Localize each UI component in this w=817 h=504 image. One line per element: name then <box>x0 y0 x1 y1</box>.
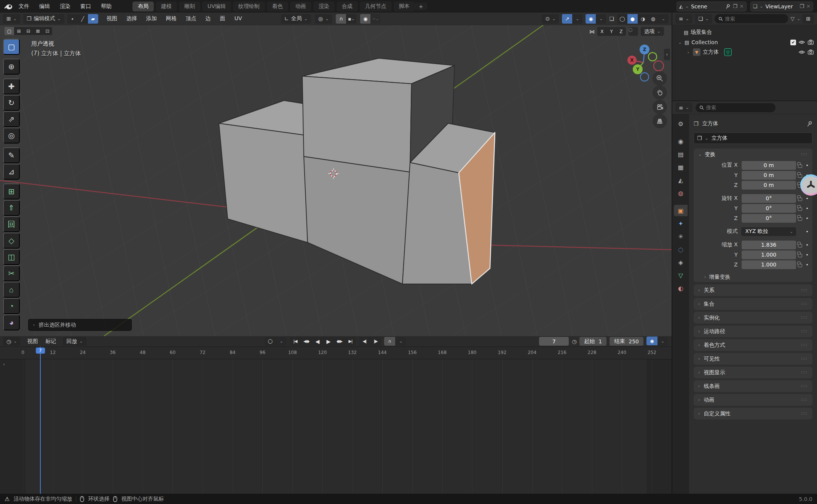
camera-icon[interactable] <box>807 40 814 45</box>
tool-button[interactable]: 回 <box>3 216 20 232</box>
mirror-axis-button[interactable]: Y <box>607 27 616 36</box>
snap-base-button[interactable]: ◌ <box>629 27 638 36</box>
tool-button[interactable]: ⇗ <box>3 111 20 127</box>
xray-toggle[interactable]: ❏ <box>609 16 614 22</box>
menu-item[interactable]: 边 <box>206 15 211 22</box>
properties-tab[interactable]: ✳ <box>674 231 688 242</box>
shading-solid-button[interactable]: ● <box>627 14 638 24</box>
menu-item[interactable]: 编辑 <box>39 3 50 10</box>
properties-tab[interactable]: ✦ <box>674 218 688 229</box>
snap-settings-dropdown[interactable]: ▪⌄ <box>346 14 356 24</box>
value-field[interactable]: 1.000⌄ <box>742 260 796 269</box>
keying-dropdown[interactable]: ⌄ <box>276 337 287 346</box>
current-frame-field[interactable]: 7 <box>539 337 569 346</box>
lock-button[interactable] <box>796 215 804 221</box>
tool-button[interactable]: ⌂ <box>3 282 20 298</box>
camera-view-button[interactable] <box>653 100 667 114</box>
timeline-editor-type-button[interactable]: ◷⌄ <box>3 337 20 346</box>
properties-panel-collapsed[interactable]: › 运动路径 ∷∷ <box>694 325 812 337</box>
tool-button[interactable]: ↻ <box>3 95 20 111</box>
select-mode-button[interactable]: ⊡ <box>43 27 52 35</box>
properties-tab[interactable]: ▦ <box>674 161 688 173</box>
keying-set-dropdown[interactable]: ⌄ <box>657 337 668 346</box>
workspace-tab[interactable]: 合成 <box>337 2 358 11</box>
frame-start-field[interactable]: 起始 1 <box>579 337 606 346</box>
overlays-toggle[interactable]: ◉ <box>586 14 596 24</box>
drag-handle-icon[interactable]: ∷∷ <box>801 152 808 157</box>
menu-item[interactable]: 视图 <box>27 338 38 345</box>
timeline-editor[interactable]: ◷⌄ 视图标记 回放 ⌄ ◯ ⌄ |◀◀◆◀▶◆▶▶| ◀||▶ <box>0 336 672 494</box>
lock-button[interactable] <box>796 172 804 178</box>
value-field[interactable]: 0°⌄ <box>742 194 796 203</box>
outliner-display-mode[interactable]: ≡⌄ <box>675 14 693 24</box>
delete-viewlayer-icon[interactable]: ✕ <box>806 3 811 9</box>
tool-button[interactable]: ⊕ <box>3 59 20 75</box>
editor-type-button[interactable]: ⊞ ⌄ <box>3 14 20 24</box>
transport-button[interactable]: ▶ <box>323 337 334 346</box>
tool-button[interactable]: ◔ <box>3 298 20 314</box>
tool-button[interactable]: ⇑ <box>3 200 20 216</box>
mesh-select-mode-button[interactable]: ∙ <box>67 14 78 24</box>
gizmo-dropdown[interactable]: ⌄ <box>572 14 582 24</box>
frame-step-button[interactable]: ◀| <box>359 337 370 346</box>
left-cube-front-face[interactable] <box>219 123 308 242</box>
properties-search[interactable] <box>696 103 776 112</box>
timeline-track-area[interactable]: › <box>0 359 672 494</box>
eye-icon[interactable] <box>798 49 805 55</box>
tool-button[interactable]: ◫ <box>3 249 20 265</box>
mode-dropdown[interactable]: ❒ 编辑模式 ⌄ <box>23 14 64 24</box>
add-workspace-button[interactable]: + <box>415 3 427 10</box>
workspace-tab[interactable]: 脚本 <box>394 2 415 11</box>
properties-panel-collapsed[interactable]: › 关系 ∷∷ <box>694 284 812 296</box>
axis-neg-z-handle[interactable] <box>640 73 649 81</box>
object-name-field[interactable]: ❒ ⌄ 立方体 <box>694 132 812 144</box>
value-field[interactable]: 0 m⌄ <box>742 171 796 180</box>
select-mode-button[interactable]: ⊞ <box>14 27 24 35</box>
chevron-right-icon[interactable]: › <box>3 362 5 367</box>
properties-panel-collapsed[interactable]: › 视图显示 ∷∷ <box>694 367 812 378</box>
properties-panel-collapsed[interactable]: › 着色方式 ∷∷ <box>694 339 812 351</box>
menu-item[interactable]: 选择 <box>126 15 137 22</box>
tool-button[interactable]: ◇ <box>3 233 20 249</box>
axis-neg-y-handle[interactable] <box>648 53 657 61</box>
sidebar-collapse-arrow[interactable]: ‹ <box>664 49 670 60</box>
drag-handle-icon[interactable]: ∷∷ <box>801 329 808 334</box>
falloff-dropdown[interactable]: ⌢⌄ <box>370 14 381 24</box>
properties-panel-collapsed[interactable]: › 可见性 ∷∷ <box>694 353 812 365</box>
mesh-select-mode-button[interactable]: ╱ <box>78 14 88 24</box>
3d-viewport[interactable]: ▢⊞⊟⊠⊡ ⋈ XYZ ◌ 选项 ⌄ 用户透视 (7) 立方体 | 立方体 ▢⊕… <box>0 25 672 336</box>
drag-handle-icon[interactable]: ∷∷ <box>801 315 808 320</box>
cube-mesh[interactable] <box>219 58 495 284</box>
stopwatch-icon[interactable]: ◷ <box>572 338 576 345</box>
tool-button[interactable]: ▢ <box>3 39 20 55</box>
properties-tab[interactable]: ⚙ <box>674 118 688 129</box>
drag-handle-icon[interactable]: ∷∷ <box>801 288 808 293</box>
value-field[interactable]: 0 m⌄ <box>742 161 796 170</box>
workspace-tab[interactable]: 动画 <box>290 2 311 11</box>
tool-button[interactable]: ✎ <box>3 147 20 163</box>
properties-panel-collapsed[interactable]: › 动画 ∷∷ <box>694 394 812 406</box>
workspace-tab[interactable]: 几何节点 <box>360 2 392 11</box>
drag-handle-icon[interactable]: ∷∷ <box>801 301 808 306</box>
animate-dot-button[interactable]: • <box>804 229 810 234</box>
chevron-down-icon[interactable]: ⌄ <box>678 40 682 45</box>
value-field[interactable]: 0°⌄ <box>742 214 796 223</box>
collection-checkbox[interactable]: ✔ <box>790 40 796 45</box>
options-dropdown[interactable]: 选项 ⌄ <box>641 27 664 36</box>
menu-item[interactable]: 渲染 <box>60 3 70 10</box>
properties-panel-collapsed[interactable]: › 自定义属性 ∷∷ <box>694 408 812 419</box>
drag-handle-icon[interactable]: ∷∷ <box>801 343 808 348</box>
playback-dropdown[interactable]: 回放 ⌄ <box>63 337 86 346</box>
center-cube-front-face[interactable] <box>304 156 410 284</box>
playhead-frame-badge[interactable]: 7 <box>36 348 45 354</box>
zoom-button[interactable] <box>653 71 667 86</box>
gizmo-toggle[interactable]: ↗ <box>562 14 572 24</box>
tool-button[interactable]: ⊞ <box>3 183 20 199</box>
menu-item[interactable]: UV <box>235 15 242 22</box>
menu-item[interactable]: 帮助 <box>101 3 112 10</box>
workspace-tab[interactable]: 雕刻 <box>179 2 200 11</box>
tool-button[interactable]: ◕ <box>3 314 20 330</box>
value-field[interactable]: 0°⌄ <box>742 204 796 213</box>
auto-snap-dropdown[interactable]: ⌄ <box>395 337 406 346</box>
workspace-tab[interactable]: 着色 <box>267 2 288 11</box>
